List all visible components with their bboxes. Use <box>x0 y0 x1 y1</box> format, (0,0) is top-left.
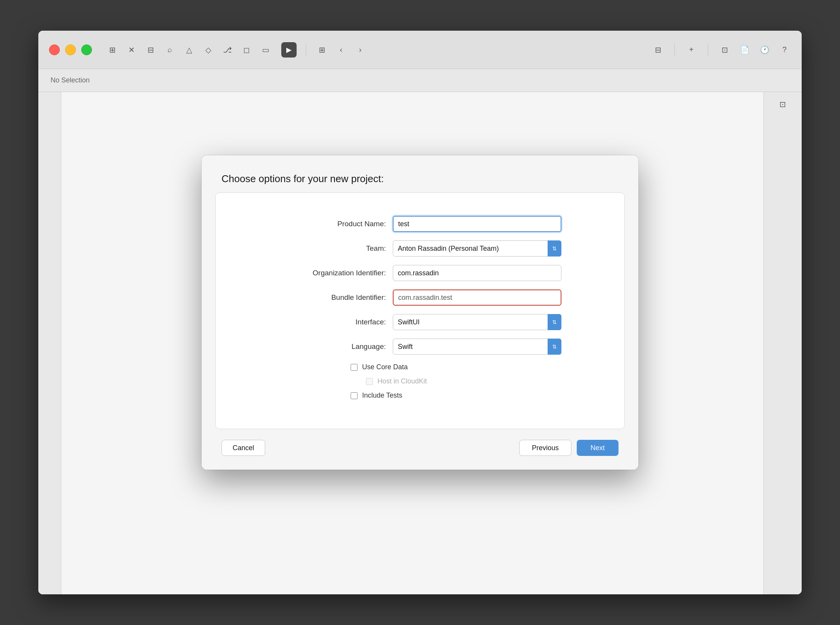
close-button[interactable] <box>49 44 60 55</box>
modal-body: Product Name: Team: Anton Rassadin (Pers… <box>215 192 625 429</box>
play-button[interactable]: ▶ <box>281 42 297 58</box>
comment-icon[interactable]: ◻ <box>240 43 253 56</box>
host-cloudkit-label: Host in CloudKit <box>377 377 427 385</box>
org-id-row: Organization Identifier: <box>236 265 604 281</box>
language-select-wrapper: Swift Objective-C ⇅ <box>393 339 561 355</box>
product-name-label: Product Name: <box>279 220 386 228</box>
language-row: Language: Swift Objective-C ⇅ <box>236 339 604 355</box>
maximize-button[interactable] <box>81 44 92 55</box>
modal-header: Choose options for your new project: <box>202 155 638 192</box>
branch-icon[interactable]: ⎇ <box>221 43 234 56</box>
xcode-secondary-bar: No Selection <box>38 69 802 92</box>
history-icon[interactable]: 🕐 <box>758 43 771 56</box>
product-name-row: Product Name: <box>236 216 604 232</box>
traffic-lights <box>49 44 92 55</box>
org-id-label: Organization Identifier: <box>279 269 386 277</box>
use-core-data-label[interactable]: Use Core Data <box>362 363 408 371</box>
inspector-icon[interactable]: ⊡ <box>718 43 731 56</box>
modal-title: Choose options for your new project: <box>221 173 619 185</box>
help-icon[interactable]: ? <box>778 43 791 56</box>
xcode-sidebar <box>38 92 61 594</box>
language-select[interactable]: Swift Objective-C <box>393 339 561 355</box>
add-tab-icon[interactable]: + <box>685 43 698 56</box>
use-core-data-row: Use Core Data <box>351 363 604 371</box>
warning-icon[interactable]: △ <box>182 43 195 56</box>
interface-select[interactable]: SwiftUI Storyboard <box>393 314 561 330</box>
diamond-icon[interactable]: ◇ <box>202 43 215 56</box>
host-cloudkit-row: Host in CloudKit <box>366 377 604 385</box>
file-inspector-icon[interactable]: 📄 <box>738 43 751 56</box>
interface-row: Interface: SwiftUI Storyboard ⇅ <box>236 314 604 330</box>
search-icon[interactable]: ⌕ <box>163 43 176 56</box>
team-select[interactable]: Anton Rassadin (Personal Team) <box>393 240 561 257</box>
next-button[interactable]: Next <box>577 440 619 456</box>
toolbar-divider <box>306 44 306 56</box>
modal-footer: Cancel Previous Next <box>202 429 638 470</box>
previous-button[interactable]: Previous <box>519 440 571 456</box>
minimize-button[interactable] <box>65 44 76 55</box>
bundle-id-label: Bundle Identifier: <box>279 293 386 302</box>
org-id-input[interactable] <box>393 265 561 281</box>
product-name-input[interactable] <box>393 216 561 232</box>
xcode-inspector: ⊡ <box>763 92 802 594</box>
include-tests-row: Include Tests <box>351 391 604 400</box>
grid-icon[interactable]: ⊟ <box>144 43 157 56</box>
folder-icon[interactable]: ⊞ <box>106 43 119 56</box>
doc-icon[interactable]: ▭ <box>259 43 272 56</box>
interface-select-wrapper: SwiftUI Storyboard ⇅ <box>393 314 561 330</box>
bundle-id-display: com.rassadin.test <box>393 289 561 306</box>
bundle-id-row: Bundle Identifier: com.rassadin.test <box>236 289 604 306</box>
no-selection-label: No Selection <box>51 76 90 84</box>
use-core-data-checkbox[interactable] <box>351 364 358 371</box>
xcode-titlebar: ⊞ ✕ ⊟ ⌕ △ ◇ ⎇ ◻ ▭ ▶ ⊞ ‹ › ⊟ + ⊡ 📄 🕐 ? <box>38 31 802 69</box>
toolbar-right: ⊟ + ⊡ 📄 🕐 ? <box>651 43 791 56</box>
stop-icon[interactable]: ✕ <box>125 43 138 56</box>
split-view-icon[interactable]: ⊟ <box>651 43 664 56</box>
host-cloudkit-checkbox[interactable] <box>366 378 373 385</box>
team-row: Team: Anton Rassadin (Personal Team) ⇅ <box>236 240 604 257</box>
include-tests-checkbox[interactable] <box>351 392 358 399</box>
team-label: Team: <box>279 244 386 253</box>
forward-icon[interactable]: › <box>354 43 367 56</box>
language-label: Language: <box>279 342 386 351</box>
form-section: Product Name: Team: Anton Rassadin (Pers… <box>236 201 604 413</box>
cancel-button[interactable]: Cancel <box>221 440 265 456</box>
team-select-wrapper: Anton Rassadin (Personal Team) ⇅ <box>393 240 561 257</box>
bundle-id-value: com.rassadin.test <box>398 294 452 302</box>
layout-icon[interactable]: ⊞ <box>315 43 328 56</box>
new-project-modal: Choose options for your new project: Pro… <box>202 155 638 470</box>
toolbar-divider3 <box>708 44 708 56</box>
inspector-panel-icon: ⊡ <box>779 100 786 109</box>
back-icon[interactable]: ‹ <box>335 43 348 56</box>
toolbar-divider2 <box>674 44 675 56</box>
include-tests-label[interactable]: Include Tests <box>362 391 402 400</box>
interface-label: Interface: <box>279 318 386 326</box>
